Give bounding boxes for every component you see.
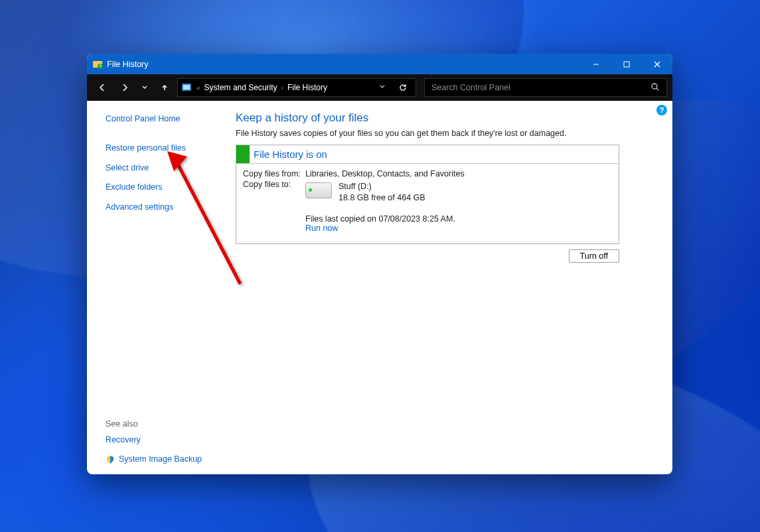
svg-point-8: [652, 84, 657, 89]
search-icon[interactable]: [650, 82, 660, 94]
address-dropdown-icon[interactable]: [376, 83, 389, 92]
nav-recent-dropdown[interactable]: [137, 78, 152, 97]
svg-rect-3: [624, 62, 629, 67]
sidebar-recovery[interactable]: Recovery: [106, 432, 226, 448]
sidebar-select-drive[interactable]: Select drive: [106, 161, 226, 176]
search-input[interactable]: [431, 83, 645, 92]
copy-from-label: Copy files from:: [243, 169, 305, 178]
file-history-window: File History: [87, 54, 672, 474]
svg-line-9: [656, 88, 658, 90]
main-content: Keep a history of your files File Histor…: [236, 101, 672, 474]
navbar: « System and Security › File History: [87, 74, 672, 101]
close-button[interactable]: [642, 54, 672, 74]
shield-icon: [106, 455, 115, 464]
see-also-heading: See also: [106, 247, 226, 429]
refresh-button[interactable]: [393, 83, 413, 92]
breadcrumb-current[interactable]: File History: [287, 83, 327, 92]
sidebar: Control Panel Home Restore personal file…: [87, 101, 236, 474]
drive-free-space: 18.8 GB free of 464 GB: [339, 192, 425, 204]
breadcrumb-parent[interactable]: System and Security: [204, 83, 277, 92]
chevron-right-icon: ›: [281, 84, 283, 92]
control-panel-home-link[interactable]: Control Panel Home: [106, 111, 226, 127]
sidebar-advanced-settings[interactable]: Advanced settings: [106, 200, 226, 216]
file-history-app-icon: [92, 59, 103, 70]
status-indicator-on: [236, 145, 250, 163]
page-description: File History saves copies of your files …: [236, 129, 654, 138]
copy-from-value: Libraries, Desktop, Contacts, and Favori…: [305, 169, 612, 178]
status-title: File History is on: [250, 149, 327, 160]
titlebar: File History: [87, 54, 672, 74]
drive-name: Stuff (D:): [339, 181, 425, 192]
control-panel-icon: [181, 82, 192, 94]
run-now-link[interactable]: Run now: [305, 224, 612, 233]
sidebar-exclude-folders[interactable]: Exclude folders: [106, 180, 226, 196]
search-box[interactable]: [424, 78, 667, 97]
page-heading: Keep a history of your files: [236, 111, 654, 125]
turn-off-button[interactable]: Turn off: [569, 249, 619, 263]
status-panel: File History is on Copy files from: Libr…: [236, 145, 619, 244]
svg-rect-7: [183, 85, 190, 90]
drive-icon: [305, 182, 332, 198]
copy-to-label: Copy files to:: [243, 180, 305, 233]
sidebar-restore-personal-files[interactable]: Restore personal files: [106, 141, 226, 157]
breadcrumb-history-chevrons[interactable]: «: [196, 84, 200, 92]
maximize-button[interactable]: [611, 54, 642, 74]
window-title: File History: [107, 60, 581, 69]
address-bar[interactable]: « System and Security › File History: [177, 78, 416, 97]
nav-back-button[interactable]: [92, 78, 112, 97]
minimize-button[interactable]: [581, 54, 611, 74]
sidebar-system-image-backup[interactable]: System Image Backup: [119, 452, 202, 468]
last-copied-text: Files last copied on 07/08/2023 8:25 AM.: [305, 214, 612, 224]
nav-up-button[interactable]: [155, 78, 175, 97]
nav-forward-button[interactable]: [115, 78, 135, 97]
